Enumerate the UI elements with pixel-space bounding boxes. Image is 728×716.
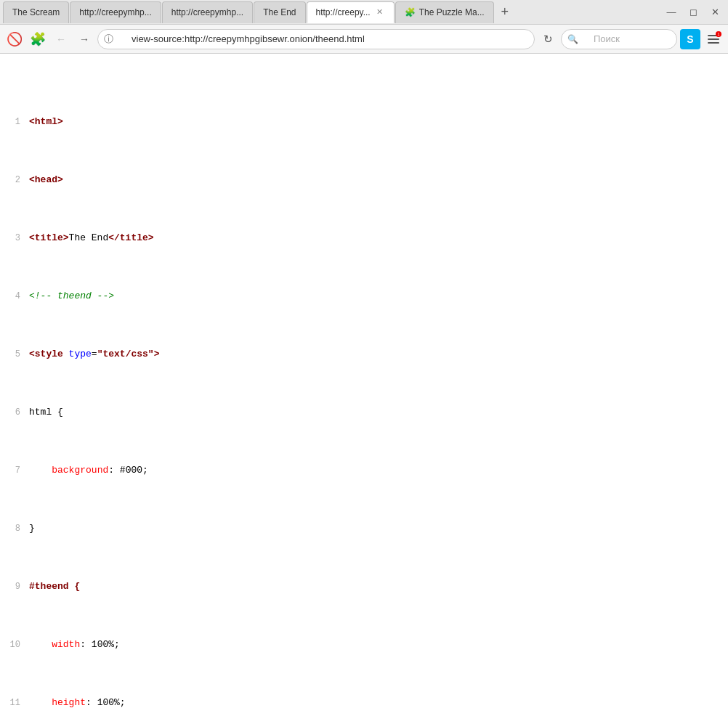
tab-puzzle[interactable]: 🧩 The Puzzle Ma... xyxy=(395,1,494,23)
new-tab-button[interactable]: + xyxy=(495,2,515,23)
skype-icon[interactable]: S xyxy=(680,29,700,49)
tab-label: The End xyxy=(263,7,296,17)
source-view: 1 <html> 2 <head> 3 <title>The End</titl… xyxy=(0,54,728,716)
minimize-button[interactable]: — xyxy=(661,2,682,23)
menu-line-3 xyxy=(708,42,719,44)
browser-window: The Scream http://creepymhp... http://cr… xyxy=(0,0,728,716)
menu-notification-badge: 1 xyxy=(716,31,721,37)
window-controls: — ◻ ✕ xyxy=(661,2,725,23)
source-line-8: 8 } xyxy=(0,521,728,536)
tab-creepy-active[interactable]: http://creepy... ✕ xyxy=(307,1,395,23)
source-line-7: 7 background: #000; xyxy=(0,463,728,478)
back-button[interactable]: ← xyxy=(51,29,71,49)
search-placeholder: Поиск xyxy=(582,33,620,44)
restore-button[interactable]: ◻ xyxy=(683,2,703,23)
tab-the-end[interactable]: The End xyxy=(254,1,305,23)
url-text: view-source:http://creepymhpgibsewr.onio… xyxy=(118,33,365,44)
tab-label: The Puzzle Ma... xyxy=(419,7,485,17)
menu-line-2 xyxy=(708,38,719,40)
source-line-9: 9 #theend { xyxy=(0,579,728,594)
tab-label: http://creepymhp... xyxy=(171,7,243,17)
puzzle-icon: 🧩 xyxy=(405,7,416,18)
title-bar: The Scream http://creepymhp... http://cr… xyxy=(0,0,728,25)
menu-button[interactable]: 1 xyxy=(703,29,724,49)
close-button[interactable]: ✕ xyxy=(705,2,725,23)
tab-creepy-1[interactable]: http://creepymhp... xyxy=(70,1,161,23)
source-line-3: 3 <title>The End</title> xyxy=(0,231,728,245)
tab-creepy-2[interactable]: http://creepymhp... xyxy=(162,1,253,23)
source-line-4: 4 <!-- theend --> xyxy=(0,289,728,304)
security-blocked-icon: 🚫 xyxy=(4,29,25,49)
tab-label: http://creepymhp... xyxy=(79,7,151,17)
search-icon: 🔍 xyxy=(567,34,578,44)
tab-label: http://creepy... xyxy=(316,7,371,17)
source-line-11: 11 height: 100%; xyxy=(0,696,728,710)
content-area: 1 <html> 2 <head> 3 <title>The End</titl… xyxy=(0,54,728,716)
tab-the-scream[interactable]: The Scream xyxy=(3,1,69,23)
forward-button[interactable]: → xyxy=(74,29,94,49)
source-line-6: 6 html { xyxy=(0,405,728,420)
info-icon: ⓘ xyxy=(104,33,113,46)
source-line-5: 5 <style type="text/css"> xyxy=(0,347,728,362)
tab-label: The Scream xyxy=(12,7,60,17)
refresh-button[interactable]: ↻ xyxy=(538,29,558,49)
source-line-10: 10 width: 100%; xyxy=(0,638,728,652)
extensions-icon[interactable]: 🧩 xyxy=(28,29,48,49)
address-bar: 🚫 🧩 ← → ⓘ view-source:http://creepymhpgi… xyxy=(0,25,728,54)
source-line-1: 1 <html> xyxy=(0,115,728,129)
source-line-2: 2 <head> xyxy=(0,173,728,187)
tab-close-button[interactable]: ✕ xyxy=(375,7,385,17)
